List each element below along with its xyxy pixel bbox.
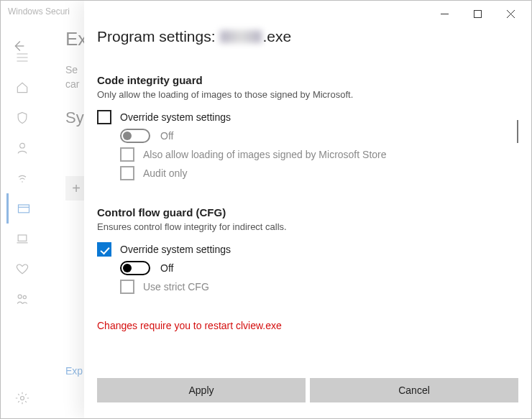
cig-override-label: Override system settings — [120, 111, 231, 123]
cfg-toggle[interactable] — [120, 261, 150, 275]
close-button[interactable] — [494, 2, 527, 25]
restart-warning: Changes require you to restart clview.ex… — [97, 320, 518, 331]
cfg-override-label: Override system settings — [120, 244, 231, 255]
dialog-title-prefix: Program settings: — [97, 28, 219, 45]
cfg-override-checkbox[interactable] — [97, 242, 111, 257]
cfg-strict-label: Use strict CFG — [143, 281, 209, 293]
dialog-title: Program settings: .exe — [97, 28, 518, 45]
cig-override-row: Override system settings — [97, 110, 518, 124]
cig-override-checkbox[interactable] — [97, 110, 111, 124]
apply-button[interactable]: Apply — [97, 378, 306, 402]
svg-rect-7 — [474, 10, 481, 17]
cancel-button[interactable]: Cancel — [310, 378, 518, 402]
cig-toggle[interactable] — [120, 129, 150, 143]
close-icon — [507, 10, 515, 18]
cig-toggle-label: Off — [160, 130, 173, 142]
cig-desc: Only allow the loading of images to thos… — [97, 89, 518, 100]
cig-heading: Code integrity guard — [97, 74, 518, 86]
cfg-desc: Ensures control flow integrity for indir… — [97, 221, 518, 232]
dialog-titlebar — [84, 1, 531, 27]
minimize-button[interactable] — [428, 2, 461, 25]
scrollbar-thumb[interactable] — [517, 120, 518, 143]
maximize-button[interactable] — [461, 2, 494, 25]
cig-msstore-label: Also allow loading of images signed by M… — [143, 149, 387, 160]
cfg-strict-row: Use strict CFG — [97, 280, 518, 294]
program-name-redacted — [220, 30, 262, 43]
cfg-heading: Control flow guard (CFG) — [97, 206, 518, 218]
cfg-strict-checkbox[interactable] — [120, 280, 134, 294]
dialog-title-suffix: .exe — [262, 28, 291, 45]
cfg-toggle-row: Off — [97, 261, 518, 275]
cig-audit-label: Audit only — [143, 167, 187, 179]
program-settings-dialog: Program settings: .exe Code integrity gu… — [84, 1, 531, 418]
cig-msstore-row: Also allow loading of images signed by M… — [97, 147, 518, 162]
minimize-icon — [441, 10, 449, 18]
cig-msstore-checkbox[interactable] — [120, 147, 134, 162]
section-code-integrity-guard: Code integrity guard Only allow the load… — [97, 74, 518, 180]
cfg-toggle-label: Off — [160, 262, 173, 274]
maximize-icon — [474, 10, 482, 18]
cig-audit-row: Audit only — [97, 166, 518, 180]
cig-audit-checkbox[interactable] — [120, 166, 134, 180]
cig-toggle-row: Off — [97, 129, 518, 143]
dialog-buttons: Apply Cancel — [97, 378, 518, 402]
cfg-override-row: Override system settings — [97, 242, 518, 257]
section-control-flow-guard: Control flow guard (CFG) Ensures control… — [97, 206, 518, 294]
